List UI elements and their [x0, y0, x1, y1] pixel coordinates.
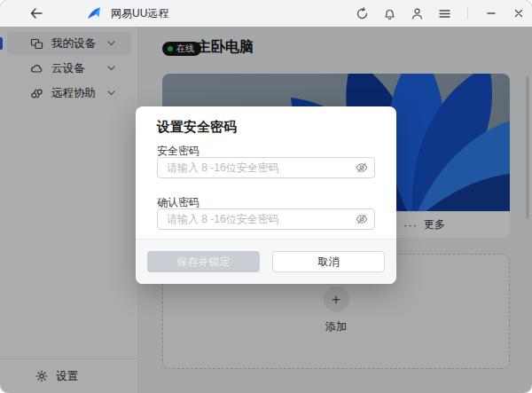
app-title: 网易UU远程	[111, 6, 168, 21]
confirm-field-wrap	[157, 208, 375, 230]
set-security-password-dialog: 设置安全密码 安全密码 确认密码 保存并锁定 取消	[136, 106, 396, 284]
password-field-wrap	[157, 157, 375, 178]
cancel-button[interactable]: 取消	[272, 251, 385, 272]
titlebar-separator	[467, 7, 468, 20]
confirm-password-input[interactable]	[157, 208, 375, 230]
menu-hamburger-icon[interactable]	[436, 5, 452, 21]
app-logo-icon	[85, 5, 105, 21]
back-button[interactable]	[28, 5, 44, 21]
titlebar: 网易UU远程	[0, 0, 532, 27]
eye-off-icon[interactable]	[356, 213, 368, 225]
eye-off-icon[interactable]	[356, 161, 368, 174]
dialog-title: 设置安全密码	[157, 119, 237, 136]
close-icon[interactable]	[511, 5, 527, 21]
password-input[interactable]	[157, 157, 375, 178]
refresh-icon[interactable]	[354, 5, 370, 21]
minimize-icon[interactable]	[483, 5, 499, 21]
account-person-icon[interactable]	[409, 5, 425, 21]
titlebar-actions	[354, 5, 527, 21]
app-window: 网易UU远程	[0, 0, 532, 393]
save-and-lock-button[interactable]: 保存并锁定	[147, 251, 260, 272]
dialog-footer: 保存并锁定 取消	[136, 239, 396, 284]
notifications-bell-icon[interactable]	[381, 5, 397, 21]
